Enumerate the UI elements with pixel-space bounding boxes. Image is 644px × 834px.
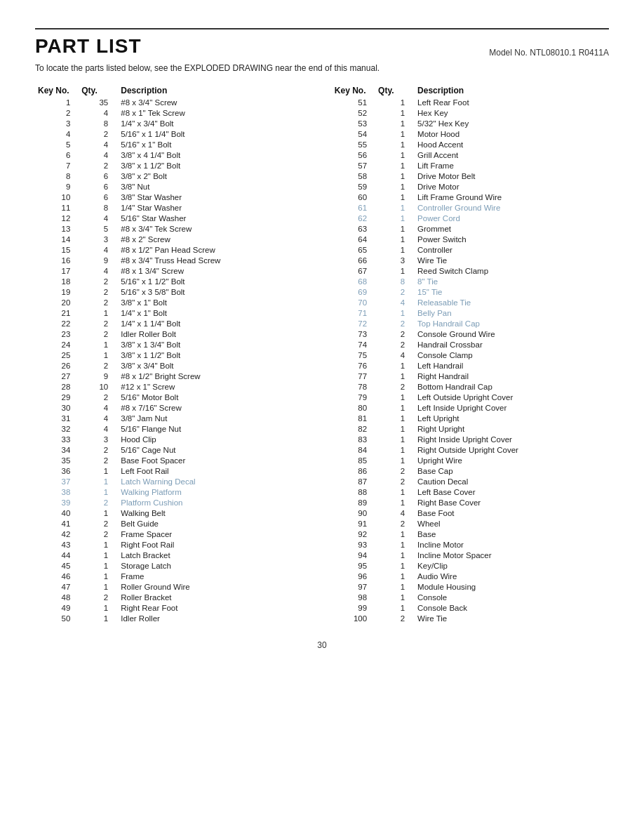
cell-desc: Idler Roller Bolt bbox=[118, 329, 312, 339]
header-qty2: Qty. bbox=[375, 84, 415, 97]
cell-qty: 4 bbox=[79, 213, 118, 223]
cell-qty: 4 bbox=[79, 265, 118, 276]
cell-desc: #8 x 2" Screw bbox=[118, 234, 312, 244]
cell-desc: Frame bbox=[118, 571, 312, 581]
table-row: 471Roller Ground Wire971Module Housing bbox=[35, 581, 609, 592]
cell-desc2: Module Housing bbox=[415, 581, 609, 592]
cell-qty: 1 bbox=[79, 539, 118, 550]
cell-keyno: 2 bbox=[35, 107, 79, 118]
cell-desc2: Audio Wire bbox=[415, 571, 609, 581]
cell-desc: Idler Roller bbox=[118, 613, 312, 623]
table-row: 1245/16" Star Washer621Power Cord bbox=[35, 213, 609, 223]
cell-keyno2: 100 bbox=[332, 613, 375, 623]
cell-qty2: 2 bbox=[375, 476, 415, 486]
cell-desc: #8 x 1" Tek Screw bbox=[118, 107, 312, 118]
cell-desc: 5/16" x 1" Bolt bbox=[118, 139, 312, 150]
table-header-row: Key No. Qty. Description Key No. Qty. De… bbox=[35, 84, 609, 97]
cell-keyno: 18 bbox=[35, 276, 79, 286]
cell-desc2: Lift Frame bbox=[415, 160, 609, 171]
cell-desc2: Left Inside Upright Cover bbox=[415, 402, 609, 413]
cell-desc: 3/8" Nut bbox=[118, 181, 312, 192]
cell-keyno2: 86 bbox=[332, 465, 375, 476]
cell-desc2: Wire Tie bbox=[415, 613, 609, 623]
cell-keyno2: 96 bbox=[332, 571, 375, 581]
cell-keyno2: 57 bbox=[332, 160, 375, 171]
table-row: 2111/4" x 1" Bolt711Belly Pan bbox=[35, 307, 609, 318]
cell-desc2: Controller bbox=[415, 244, 609, 255]
cell-keyno: 47 bbox=[35, 581, 79, 592]
cell-qty: 5 bbox=[79, 223, 118, 234]
cell-desc2: Controller Ground Wire bbox=[415, 202, 609, 213]
cell-qty: 1 bbox=[79, 465, 118, 476]
cell-desc2: Base Foot bbox=[415, 508, 609, 518]
table-row: 545/16" x 1" Bolt551Hood Accent bbox=[35, 139, 609, 150]
cell-desc2: Motor Hood bbox=[415, 128, 609, 139]
cell-keyno2: 79 bbox=[332, 392, 375, 402]
cell-qty2: 1 bbox=[375, 550, 415, 560]
cell-desc2: 15" Tie bbox=[415, 286, 609, 297]
table-row: 352Base Foot Spacer851Upright Wire bbox=[35, 455, 609, 465]
cell-qty: 6 bbox=[79, 171, 118, 181]
cell-desc2: Grill Accent bbox=[415, 150, 609, 160]
cell-qty2: 2 bbox=[375, 339, 415, 350]
cell-desc2: Right Inside Upright Cover bbox=[415, 434, 609, 444]
cell-desc: 3/8" x 3/4" Bolt bbox=[118, 360, 312, 371]
cell-desc: 3/8" Jam Nut bbox=[118, 413, 312, 423]
cell-keyno2: 53 bbox=[332, 118, 375, 128]
cell-desc2: Left Handrail bbox=[415, 360, 609, 371]
cell-keyno2: 95 bbox=[332, 560, 375, 571]
table-row: 2925/16" Motor Bolt791Left Outside Uprig… bbox=[35, 392, 609, 402]
cell-keyno: 50 bbox=[35, 613, 79, 623]
cell-qty2: 2 bbox=[375, 518, 415, 529]
cell-keyno2: 69 bbox=[332, 286, 375, 297]
table-row: 863/8" x 2" Bolt581Drive Motor Belt bbox=[35, 171, 609, 181]
cell-qty2: 1 bbox=[375, 118, 415, 128]
cell-qty: 1 bbox=[79, 613, 118, 623]
page-number: 30 bbox=[317, 640, 326, 650]
cell-desc2: Wire Tie bbox=[415, 255, 609, 265]
cell-qty2: 1 bbox=[375, 202, 415, 213]
cell-desc2: 5/32" Hex Key bbox=[415, 118, 609, 128]
header-desc: Description bbox=[118, 84, 312, 97]
cell-desc: #8 x 3/4" Screw bbox=[118, 97, 312, 107]
cell-desc2: Base Cap bbox=[415, 465, 609, 476]
cell-keyno: 17 bbox=[35, 265, 79, 276]
table-row: 279#8 x 1/2" Bright Screw771Right Handra… bbox=[35, 371, 609, 381]
cell-keyno: 31 bbox=[35, 413, 79, 423]
cell-qty: 2 bbox=[79, 128, 118, 139]
cell-keyno2: 97 bbox=[332, 581, 375, 592]
cell-qty: 1 bbox=[79, 560, 118, 571]
cell-qty2: 1 bbox=[375, 360, 415, 371]
cell-desc2: Belly Pan bbox=[415, 307, 609, 318]
cell-keyno2: 64 bbox=[332, 234, 375, 244]
cell-qty: 9 bbox=[79, 371, 118, 381]
table-row: 963/8" Nut591Drive Motor bbox=[35, 181, 609, 192]
cell-keyno: 39 bbox=[35, 497, 79, 508]
cell-qty: 2 bbox=[79, 276, 118, 286]
cell-desc: 3/8" x 1 3/4" Bolt bbox=[118, 339, 312, 350]
cell-keyno: 27 bbox=[35, 371, 79, 381]
table-row: 381Walking Platform881Left Base Cover bbox=[35, 486, 609, 497]
cell-keyno2: 93 bbox=[332, 539, 375, 550]
cell-keyno: 45 bbox=[35, 560, 79, 571]
cell-keyno2: 54 bbox=[332, 128, 375, 139]
cell-desc: 5/16" Motor Bolt bbox=[118, 392, 312, 402]
cell-qty2: 1 bbox=[375, 192, 415, 202]
cell-qty: 35 bbox=[79, 97, 118, 107]
cell-keyno: 44 bbox=[35, 550, 79, 560]
table-row: 643/8" x 4 1/4" Bolt561Grill Accent bbox=[35, 150, 609, 160]
cell-qty: 4 bbox=[79, 107, 118, 118]
cell-keyno: 21 bbox=[35, 307, 79, 318]
cell-keyno2: 89 bbox=[332, 497, 375, 508]
cell-desc2: Power Switch bbox=[415, 234, 609, 244]
cell-qty: 2 bbox=[79, 286, 118, 297]
cell-qty: 4 bbox=[79, 139, 118, 150]
cell-desc2: Hood Accent bbox=[415, 139, 609, 150]
table-row: 491Right Rear Foot991Console Back bbox=[35, 602, 609, 613]
cell-desc2: Console Ground Wire bbox=[415, 329, 609, 339]
cell-qty: 2 bbox=[79, 518, 118, 529]
cell-qty2: 4 bbox=[375, 508, 415, 518]
table-row: 1063/8" Star Washer601Lift Frame Ground … bbox=[35, 192, 609, 202]
cell-desc: 3/8" x 2" Bolt bbox=[118, 171, 312, 181]
cell-qty2: 1 bbox=[375, 213, 415, 223]
